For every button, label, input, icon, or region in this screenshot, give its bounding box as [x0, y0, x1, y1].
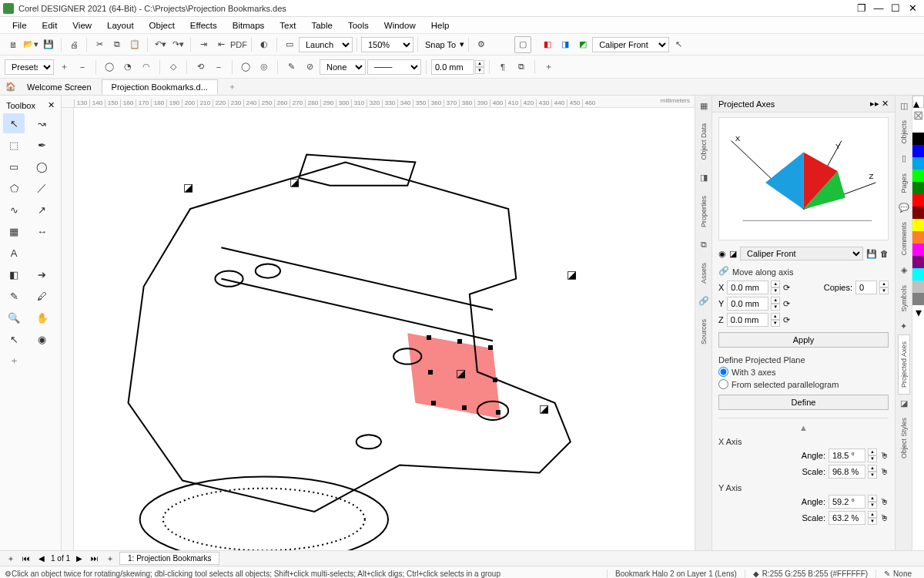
- tab-object-styles[interactable]: Object Styles: [899, 412, 909, 465]
- shape-a-icon[interactable]: ◯: [237, 59, 254, 76]
- color-swatch[interactable]: [912, 157, 924, 170]
- copies-input[interactable]: [855, 281, 877, 294]
- fullscreen-button[interactable]: ▭: [281, 36, 298, 53]
- selection-handle[interactable]: [457, 339, 462, 344]
- x-input[interactable]: [727, 281, 768, 294]
- define-button[interactable]: Define: [718, 395, 889, 410]
- y-scale-input[interactable]: [829, 511, 865, 525]
- y-reset-icon[interactable]: ⟳: [783, 299, 790, 309]
- radio-parallelogram[interactable]: [718, 379, 728, 389]
- polygon-tool[interactable]: ⬠: [3, 178, 25, 198]
- tab-welcome[interactable]: Welcome Screen: [17, 79, 102, 95]
- x-angle-pick-icon[interactable]: 🖰: [880, 451, 889, 460]
- color-scroll-up[interactable]: ▴: [912, 96, 924, 108]
- selection-handle[interactable]: [488, 345, 493, 350]
- comments-icon[interactable]: 💬: [899, 202, 909, 213]
- window-two-monitor-icon[interactable]: ❐: [853, 2, 870, 14]
- selection-handle[interactable]: [428, 370, 433, 375]
- assets-icon[interactable]: ⧉: [698, 240, 709, 250]
- panel-close-icon[interactable]: ✕: [882, 99, 889, 108]
- projection-bookmark-icon[interactable]: ◪: [539, 402, 551, 415]
- ellipse-tool[interactable]: ◯: [32, 156, 53, 176]
- next-page-button[interactable]: ▶: [73, 554, 85, 563]
- connector-tool[interactable]: ↗: [32, 200, 53, 220]
- add-tab-button[interactable]: ＋: [218, 78, 246, 96]
- x-scale-input[interactable]: [829, 465, 865, 479]
- curve-tool[interactable]: ∿: [3, 200, 25, 220]
- x-angle-spinner[interactable]: ▲▼: [868, 449, 877, 462]
- pan-tool[interactable]: ✋: [32, 307, 53, 328]
- z-input[interactable]: [727, 313, 768, 327]
- projection-bookmark-icon[interactable]: ◪: [183, 181, 196, 193]
- wrap-text-icon[interactable]: ¶: [494, 59, 511, 76]
- arc-icon[interactable]: ◠: [138, 59, 155, 76]
- sources-icon[interactable]: 🔗: [698, 296, 709, 307]
- no-color-swatch[interactable]: ⊠: [912, 108, 924, 120]
- drawing-canvas[interactable]: ◪ ◪ ◪ ◪ ◪: [74, 108, 695, 550]
- menu-window[interactable]: Window: [377, 19, 424, 32]
- tab-objects[interactable]: Objects: [899, 114, 909, 150]
- radio-3axes[interactable]: [718, 367, 728, 377]
- projection-preset-dropdown[interactable]: Caliper Front: [592, 37, 669, 52]
- color-swatch[interactable]: [912, 145, 924, 157]
- panel-collapse-icon[interactable]: ▸▸: [870, 99, 879, 108]
- color-swatch[interactable]: [912, 120, 924, 133]
- export-button[interactable]: ⇤: [213, 36, 229, 53]
- cut-button[interactable]: ✂: [91, 36, 108, 53]
- cube-green-icon[interactable]: ◩: [574, 36, 591, 53]
- add-page-after-button[interactable]: ＋: [104, 553, 116, 564]
- color-swatch[interactable]: [912, 133, 924, 145]
- presets-dropdown[interactable]: Presets...: [5, 59, 54, 75]
- options-button[interactable]: ⚙: [473, 36, 490, 53]
- snap-to-dropdown[interactable]: ▾: [460, 39, 464, 49]
- tab-object-data[interactable]: Object Data: [698, 119, 709, 165]
- zoom-dropdown[interactable]: 150%: [361, 37, 413, 52]
- y-angle-input[interactable]: [829, 495, 865, 509]
- z-spinner[interactable]: ▲▼: [771, 313, 780, 327]
- outline-style-select[interactable]: ───: [367, 59, 421, 75]
- axes-preview[interactable]: X Y Z: [718, 117, 889, 240]
- print-button[interactable]: 🖨: [65, 36, 82, 53]
- color-swatch[interactable]: [912, 194, 924, 207]
- x-angle-input[interactable]: [829, 449, 865, 462]
- menu-object[interactable]: Object: [142, 19, 182, 32]
- redo-button[interactable]: ↷▾: [169, 36, 186, 53]
- objects-icon[interactable]: ◫: [899, 100, 909, 111]
- color-swatch[interactable]: [912, 281, 924, 293]
- delete-preset-icon[interactable]: 🗑: [880, 249, 889, 258]
- prev-page-button[interactable]: ◀: [35, 554, 48, 563]
- crop-tool[interactable]: ⬚: [3, 135, 25, 155]
- outline-width-input[interactable]: [431, 59, 474, 75]
- y-angle-pick-icon[interactable]: 🖰: [880, 497, 889, 506]
- eyedropper-tool[interactable]: ✎: [3, 286, 25, 306]
- minus-icon[interactable]: −: [210, 59, 227, 76]
- lens-button[interactable]: ◐: [256, 36, 273, 53]
- table-tool[interactable]: ▦: [3, 221, 25, 241]
- selection-handle[interactable]: [431, 401, 436, 405]
- fill-swap-icon[interactable]: ◇: [165, 59, 182, 76]
- selection-handle[interactable]: [496, 410, 500, 415]
- tab-properties[interactable]: Properties: [698, 191, 709, 232]
- line-tool[interactable]: ／: [32, 178, 53, 198]
- color-swatch[interactable]: [912, 170, 924, 182]
- copies-spinner[interactable]: ▲▼: [879, 281, 889, 294]
- tab-assets[interactable]: Assets: [698, 258, 709, 288]
- y-scale-spinner[interactable]: ▲▼: [868, 511, 877, 525]
- remove-preset-button[interactable]: −: [74, 59, 91, 76]
- x-scale-pick-icon[interactable]: 🖰: [880, 467, 889, 476]
- first-page-button[interactable]: ⏮: [20, 554, 32, 563]
- z-reset-icon[interactable]: ⟳: [783, 315, 790, 325]
- close-button[interactable]: ✕: [904, 2, 921, 14]
- color-swatch[interactable]: [912, 182, 924, 194]
- y-spinner[interactable]: ▲▼: [771, 297, 780, 311]
- fill-color-icon[interactable]: ◆: [753, 570, 759, 578]
- color-swatch[interactable]: [912, 244, 924, 256]
- menu-layout[interactable]: Layout: [99, 19, 142, 32]
- tab-sources[interactable]: Sources: [698, 314, 709, 349]
- pen-tool[interactable]: ✒: [32, 135, 53, 155]
- collapse-icon[interactable]: ▲: [718, 423, 889, 432]
- undo-button[interactable]: ↶▾: [152, 36, 169, 53]
- tab-symbols[interactable]: Symbols: [899, 279, 909, 318]
- projection-bookmark-icon[interactable]: ◪: [290, 176, 302, 188]
- add-page-button[interactable]: ＋: [5, 553, 17, 564]
